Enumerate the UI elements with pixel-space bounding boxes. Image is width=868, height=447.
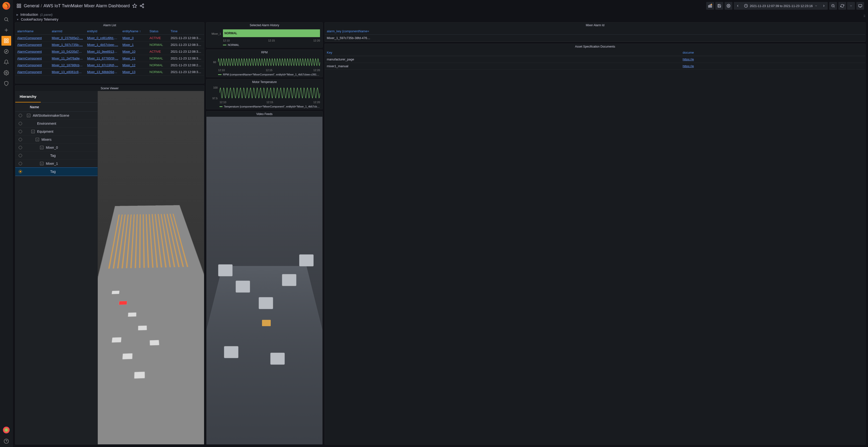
time-forward-button[interactable] [820, 2, 828, 10]
table-row[interactable]: AlarmComponentMixer_11_2ef76a9e-…Mixer_1… [15, 55, 204, 62]
tv-mode-button[interactable] [856, 2, 864, 10]
column-header[interactable]: Status [148, 28, 168, 35]
tree-item[interactable]: –Mixer_1 [15, 160, 97, 168]
avatar[interactable] [3, 427, 10, 434]
tree-item[interactable]: Environment [15, 120, 97, 128]
row-cookiefactory[interactable]: ▼ CookieFactory Telemetry [17, 18, 864, 21]
column-header[interactable]: alarm_key {componentName= [325, 28, 865, 35]
table-row[interactable]: AlarmComponentMixer_0_237685e2-…Mixer_0_… [15, 35, 204, 41]
radio[interactable] [19, 154, 22, 157]
plus-icon[interactable] [1, 25, 11, 35]
refresh-button[interactable] [838, 2, 846, 10]
tree-item[interactable]: Tag [15, 168, 97, 176]
radio[interactable] [19, 162, 22, 165]
cell-alarmName[interactable]: AlarmComponent [15, 48, 50, 55]
column-header[interactable]: Key [325, 49, 681, 56]
cell-entityName[interactable]: Mixer_10 [121, 48, 148, 55]
refresh-dropdown[interactable] [847, 2, 855, 10]
share-icon[interactable] [140, 3, 144, 8]
tree-toggle[interactable]: – [40, 146, 43, 149]
tree-label: Tag [50, 154, 56, 157]
cell-alarmId[interactable]: Mixer_1_597c735b-… [50, 41, 85, 48]
time-picker[interactable]: 2021-11-23 12:07:39 to 2021-11-23 12:23:… [742, 2, 820, 10]
star-icon[interactable] [132, 3, 137, 8]
cell-alarmId[interactable]: Mixer_11_2ef76a9e-… [50, 55, 85, 62]
gear-icon[interactable] [1, 68, 11, 78]
explore-icon[interactable] [1, 47, 11, 56]
tree-toggle[interactable]: – [31, 130, 35, 133]
cell-alarmId[interactable]: Mixer_12_18786fcb-… [50, 62, 85, 69]
cell-alarmName[interactable]: AlarmComponent [15, 69, 50, 76]
radio[interactable] [19, 122, 22, 125]
radio[interactable] [19, 170, 22, 173]
cell-entityId[interactable]: Mixer_0_cd81d9fd-3… [85, 35, 121, 41]
tree-toggle[interactable]: – [36, 138, 39, 141]
cell-entityName[interactable]: Mixer_13 [121, 69, 148, 76]
dashboards-icon[interactable] [1, 36, 11, 46]
clock-icon [744, 4, 748, 8]
tree-item[interactable]: –Equipment [15, 128, 97, 136]
bell-icon[interactable] [1, 57, 11, 67]
tree-item[interactable]: –AWSIottwinmakerScene [15, 112, 97, 120]
column-header[interactable]: alarmName [15, 28, 50, 35]
tree-toggle[interactable]: – [40, 162, 43, 165]
search-icon[interactable] [1, 14, 11, 24]
column-header[interactable]: alarmId [50, 28, 85, 35]
radio[interactable] [19, 138, 22, 141]
cell-entityId[interactable]: Mixer_13_68bb09dd… [85, 69, 121, 76]
cell-entityId[interactable]: Mixer_11_67785f3f-… [85, 55, 121, 62]
cell-entityName[interactable]: Mixer_1 [121, 41, 148, 48]
scene-3d-view[interactable] [98, 91, 204, 444]
doc-link[interactable]: https://e [681, 56, 865, 63]
help-icon[interactable] [1, 436, 11, 446]
radio[interactable] [19, 146, 22, 149]
cell-entityName[interactable]: Mixer_11 [121, 55, 148, 62]
settings-button[interactable] [725, 2, 733, 10]
cell-alarmId[interactable]: Mixer_13_e8061c85… [50, 69, 85, 76]
breadcrumb[interactable]: General / AWS IoT TwinMaker Mixer Alarm … [24, 3, 130, 8]
cell-entityId[interactable]: Mixer_12_87c19fdf-… [85, 62, 121, 69]
cell-alarmId[interactable]: Mixer_10_54205d7c… [50, 48, 85, 55]
tree-toggle[interactable]: – [27, 114, 30, 117]
radio[interactable] [19, 114, 22, 117]
cell-time: 2021-11-23 12:08:32… [168, 55, 204, 62]
tree-item[interactable]: –Mixer_0 [15, 144, 97, 152]
shield-icon[interactable] [1, 79, 11, 88]
cell-alarmId[interactable]: Mixer_0_237685e2-… [50, 35, 85, 41]
cell-entityId[interactable]: Mixer_1_4b57cbee-… [85, 41, 121, 48]
doc-link[interactable]: https://e [681, 63, 865, 70]
chevron-down-icon[interactable]: ▼ [17, 18, 19, 21]
folder-name[interactable]: General [24, 3, 39, 8]
cell-alarmName[interactable]: AlarmComponent [15, 35, 50, 41]
table-row[interactable]: AlarmComponentMixer_13_e8061c85…Mixer_13… [15, 69, 204, 76]
table-row[interactable]: AlarmComponentMixer_10_54205d7c…Mixer_10… [15, 48, 204, 55]
zoom-out-button[interactable] [829, 2, 837, 10]
drag-handle-icon[interactable]: ⠿ [863, 14, 866, 18]
table-row[interactable]: AlarmComponentMixer_12_18786fcb-…Mixer_1… [15, 62, 204, 69]
tree-item[interactable]: Tag [15, 152, 97, 160]
column-header[interactable]: docume [681, 49, 865, 56]
tree-label: Mixer_1 [46, 161, 58, 166]
column-header[interactable]: entityName ↑ [121, 28, 148, 35]
radio[interactable] [19, 130, 22, 133]
column-header[interactable]: Time [168, 28, 204, 35]
table-row[interactable]: AlarmComponentMixer_1_597c735b-…Mixer_1_… [15, 41, 204, 48]
cell-alarmName[interactable]: AlarmComponent [15, 41, 50, 48]
cell-entityId[interactable]: Mixer_10_9ee8913d… [85, 48, 121, 55]
grafana-logo[interactable] [2, 2, 10, 10]
save-button[interactable] [715, 2, 723, 10]
video-feed-view[interactable] [207, 117, 322, 444]
tree-label: AWSIottwinmakerScene [33, 114, 69, 117]
tab-hierarchy[interactable]: Hierarchy [15, 91, 41, 102]
tree-item[interactable]: –Mixers [15, 136, 97, 144]
row-introduction[interactable]: ▶ Introduction (1 panel) ⠿ [17, 12, 864, 17]
chevron-right-icon[interactable]: ▶ [17, 13, 19, 16]
cell-entityName[interactable]: Mixer_12 [121, 62, 148, 69]
add-panel-button[interactable] [706, 2, 714, 10]
cell-alarmName[interactable]: AlarmComponent [15, 55, 50, 62]
column-header[interactable]: entityId [85, 28, 121, 35]
cell-alarmName[interactable]: AlarmComponent [15, 62, 50, 69]
time-back-button[interactable] [734, 2, 742, 10]
svg-point-19 [140, 5, 141, 6]
cell-entityName[interactable]: Mixer_0 [121, 35, 148, 41]
